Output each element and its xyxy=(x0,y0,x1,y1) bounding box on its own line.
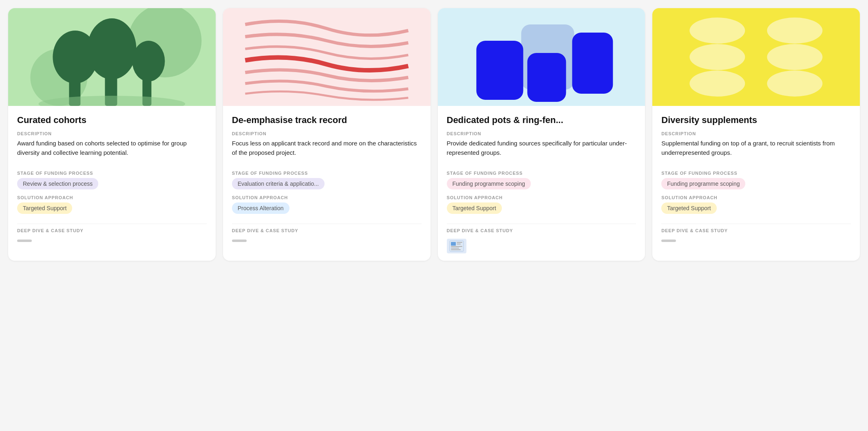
stage-badge[interactable]: Funding programme scoping xyxy=(661,178,745,189)
svg-point-24 xyxy=(690,70,745,97)
svg-point-22 xyxy=(690,44,745,70)
approach-block: SOLUTION APPROACH Targeted Support xyxy=(17,195,207,214)
card-title: Diversity supplements xyxy=(661,115,851,125)
approach-badge[interactable]: Targeted Support xyxy=(17,202,72,214)
svg-point-20 xyxy=(690,18,745,44)
card-image-blue xyxy=(438,8,645,106)
card-dedicated-pots[interactable]: Dedicated pots & ring-fen... DESCRIPTION… xyxy=(438,8,645,261)
stage-label: STAGE OF FUNDING PROCESS xyxy=(232,171,422,176)
card-body-dedicated-pots: Dedicated pots & ring-fen... DESCRIPTION… xyxy=(438,106,645,261)
divider xyxy=(447,224,636,224)
description-label: DESCRIPTION xyxy=(661,131,851,136)
deep-dive-placeholder xyxy=(17,240,32,242)
description-block: DESCRIPTION Supplemental funding on top … xyxy=(661,131,851,165)
card-image-yellow xyxy=(652,8,860,106)
card-body-de-emphasise: De-emphasise track record DESCRIPTION Fo… xyxy=(223,106,431,261)
description-text: Provide dedicated funding sources specif… xyxy=(447,139,636,158)
approach-label: SOLUTION APPROACH xyxy=(447,195,636,200)
deep-dive-label: DEEP DIVE & CASE STUDY xyxy=(661,228,851,233)
stage-badge[interactable]: Review & selection process xyxy=(17,178,98,189)
svg-rect-16 xyxy=(451,248,459,248)
card-diversity-supplements[interactable]: Diversity supplements DESCRIPTION Supple… xyxy=(652,8,860,261)
approach-badge[interactable]: Targeted Support xyxy=(661,202,716,214)
stage-block: STAGE OF FUNDING PROCESS Review & select… xyxy=(17,171,207,189)
svg-rect-11 xyxy=(527,53,566,102)
stage-badge[interactable]: Evaluation criteria & applicatio... xyxy=(232,178,325,189)
card-title: Curated cohorts xyxy=(17,115,207,125)
deep-dive-label: DEEP DIVE & CASE STUDY xyxy=(17,228,207,233)
deep-dive-thumb[interactable] xyxy=(447,239,466,253)
stage-badge[interactable]: Funding programme scoping xyxy=(447,178,531,189)
card-image-pink xyxy=(223,8,431,106)
card-de-emphasise[interactable]: De-emphasise track record DESCRIPTION Fo… xyxy=(223,8,431,261)
description-label: DESCRIPTION xyxy=(17,131,207,136)
svg-point-6 xyxy=(132,41,165,81)
approach-label: SOLUTION APPROACH xyxy=(661,195,851,200)
divider xyxy=(661,224,851,224)
divider xyxy=(232,224,422,224)
approach-label: SOLUTION APPROACH xyxy=(17,195,207,200)
card-title: De-emphasise track record xyxy=(232,115,422,125)
description-block: DESCRIPTION Award funding based on cohor… xyxy=(17,131,207,165)
description-text: Supplemental funding on top of a grant, … xyxy=(661,139,851,158)
card-curated-cohorts[interactable]: Curated cohorts DESCRIPTION Award fundin… xyxy=(8,8,216,261)
divider xyxy=(17,224,207,224)
deep-dive-placeholder xyxy=(232,240,247,242)
cards-grid: Curated cohorts DESCRIPTION Award fundin… xyxy=(8,8,860,261)
svg-rect-10 xyxy=(476,41,523,100)
stage-label: STAGE OF FUNDING PROCESS xyxy=(17,171,207,176)
svg-rect-17 xyxy=(451,249,461,250)
card-body-diversity-supplements: Diversity supplements DESCRIPTION Supple… xyxy=(652,106,860,261)
approach-label: SOLUTION APPROACH xyxy=(232,195,422,200)
svg-point-4 xyxy=(87,18,136,79)
card-title: Dedicated pots & ring-fen... xyxy=(447,115,636,125)
description-label: DESCRIPTION xyxy=(447,131,636,136)
stage-block: STAGE OF FUNDING PROCESS Funding program… xyxy=(447,171,636,189)
stage-label: STAGE OF FUNDING PROCESS xyxy=(447,171,636,176)
deep-dive-placeholder xyxy=(661,240,676,242)
stage-block: STAGE OF FUNDING PROCESS Funding program… xyxy=(661,171,851,189)
svg-point-21 xyxy=(767,18,823,44)
approach-block: SOLUTION APPROACH Targeted Support xyxy=(661,195,851,214)
approach-block: SOLUTION APPROACH Process Alteration xyxy=(232,195,422,214)
svg-rect-18 xyxy=(457,242,462,243)
approach-badge[interactable]: Process Alteration xyxy=(232,202,289,214)
deep-dive-label: DEEP DIVE & CASE STUDY xyxy=(232,228,422,233)
approach-block: SOLUTION APPROACH Targeted Support xyxy=(447,195,636,214)
card-image-green xyxy=(8,8,216,106)
description-block: DESCRIPTION Provide dedicated funding so… xyxy=(447,131,636,165)
svg-rect-12 xyxy=(572,33,613,94)
svg-point-25 xyxy=(767,70,823,97)
card-body-curated-cohorts: Curated cohorts DESCRIPTION Award fundin… xyxy=(8,106,216,261)
deep-dive-label: DEEP DIVE & CASE STUDY xyxy=(447,228,636,233)
description-text: Award funding based on cohorts selected … xyxy=(17,139,207,158)
stage-block: STAGE OF FUNDING PROCESS Evaluation crit… xyxy=(232,171,422,189)
stage-label: STAGE OF FUNDING PROCESS xyxy=(661,171,851,176)
description-text: Focus less on applicant track record and… xyxy=(232,139,422,158)
approach-badge[interactable]: Targeted Support xyxy=(447,202,502,214)
svg-point-23 xyxy=(767,44,823,70)
svg-rect-14 xyxy=(451,242,456,246)
description-label: DESCRIPTION xyxy=(232,131,422,136)
svg-rect-15 xyxy=(451,246,462,247)
svg-rect-19 xyxy=(457,244,461,244)
description-block: DESCRIPTION Focus less on applicant trac… xyxy=(232,131,422,165)
